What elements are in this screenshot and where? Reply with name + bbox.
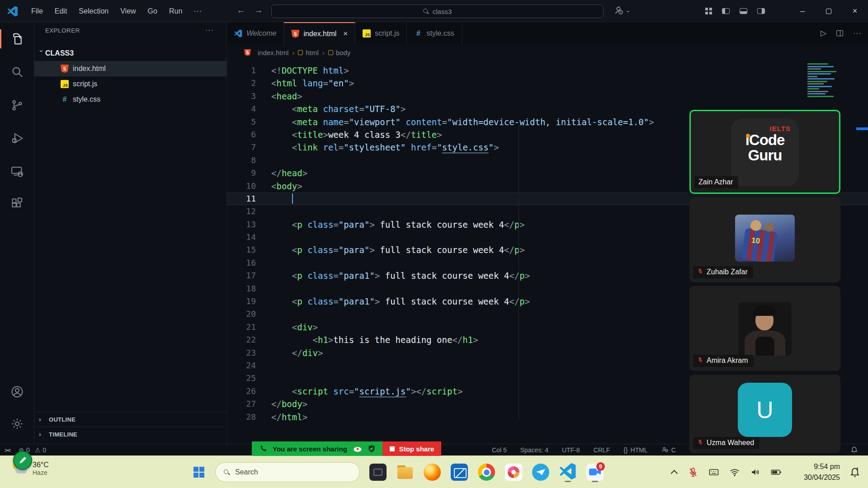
menu-go[interactable]: Go bbox=[142, 5, 163, 18]
scrollbar-decoration[interactable] bbox=[856, 127, 868, 130]
tray-overflow-chevron-icon[interactable] bbox=[671, 469, 678, 477]
search-sidebar-icon[interactable] bbox=[0, 59, 34, 85]
file-row-script.js[interactable]: JSscript.js bbox=[34, 76, 226, 92]
account-sidebar-icon[interactable] bbox=[0, 379, 34, 405]
line-number: 23 bbox=[227, 347, 256, 359]
status-item-html[interactable]: {}HTML bbox=[623, 446, 647, 454]
explorer-more-actions[interactable]: ··· bbox=[205, 26, 214, 34]
status-item-label: Spaces: 4 bbox=[520, 446, 548, 454]
taskbar-app-pinned-app[interactable] bbox=[367, 461, 389, 483]
file-row-style.css[interactable]: #style.css bbox=[34, 92, 226, 107]
taskbar-app-file-explorer[interactable] bbox=[394, 461, 416, 483]
participant-tile-zain-azhar[interactable]: IELTSiCodeGuruZain Azhar bbox=[689, 110, 840, 194]
annotation-pen-button[interactable] bbox=[13, 451, 32, 470]
minimap[interactable] bbox=[807, 63, 844, 96]
taskbar-app-vscode[interactable] bbox=[557, 461, 579, 483]
breadcrumb-item-index.html[interactable]: 5index.html bbox=[244, 49, 288, 56]
participant-avatar: U bbox=[738, 383, 792, 437]
notification-center-bell-icon[interactable]: z bbox=[849, 466, 861, 479]
menu-view[interactable]: View bbox=[114, 5, 142, 18]
line-number: 7 bbox=[227, 141, 256, 154]
battery-icon[interactable] bbox=[771, 467, 782, 478]
toggle-panel-icon[interactable] bbox=[740, 8, 747, 14]
close-button[interactable]: × bbox=[842, 0, 868, 22]
menu-run[interactable]: Run bbox=[163, 5, 188, 18]
search-icon bbox=[423, 9, 429, 14]
tab-Welcome[interactable]: Welcome bbox=[227, 22, 284, 44]
taskbar-app-zoom[interactable]: 9 bbox=[584, 461, 606, 483]
participant-tile-zuhaib-zafar[interactable]: 10Zuhaib Zafar bbox=[689, 197, 840, 282]
taskbar-app-firefox[interactable] bbox=[421, 461, 443, 483]
breadcrumb-item-html[interactable]: html bbox=[298, 49, 318, 56]
accounts-button[interactable]: ⌄ bbox=[614, 5, 630, 15]
status-item-col-5[interactable]: Col 5 bbox=[492, 446, 507, 454]
code-line-content: <p class="para"> full stack course week … bbox=[271, 244, 525, 256]
menu-selection[interactable]: Selection bbox=[73, 5, 114, 18]
tab-style.css[interactable]: #style.css bbox=[407, 22, 462, 44]
tab-index.html[interactable]: 5index.html× bbox=[284, 22, 355, 44]
taskbar-app-outlook[interactable] bbox=[448, 461, 470, 483]
wifi-icon[interactable] bbox=[729, 467, 740, 478]
extensions-icon[interactable] bbox=[0, 191, 34, 217]
code-line-content: <p class="para"> full stack course week … bbox=[271, 218, 525, 231]
touch-keyboard-icon[interactable] bbox=[708, 467, 719, 478]
taskbar-search[interactable]: Search bbox=[215, 462, 360, 482]
volume-icon[interactable] bbox=[750, 467, 761, 478]
editor-actions: ▷ ··· bbox=[821, 22, 862, 44]
taskbar-app-photos[interactable] bbox=[503, 461, 524, 483]
outline-section[interactable]: › OUTLINE bbox=[34, 412, 226, 427]
timeline-label: TIMELINE bbox=[49, 431, 77, 438]
status-item-spaces-4[interactable]: Spaces: 4 bbox=[520, 446, 548, 454]
html-file-icon: 5 bbox=[244, 49, 251, 56]
file-row-index.html[interactable]: 5index.html bbox=[34, 61, 226, 76]
explorer-icon[interactable] bbox=[0, 26, 34, 52]
status-item-c[interactable]: C bbox=[661, 446, 676, 454]
symbol-cube-icon bbox=[328, 50, 333, 55]
menu-edit[interactable]: Edit bbox=[49, 5, 73, 18]
participant-name: Uzma Waheed bbox=[707, 439, 754, 447]
line-number: 12 bbox=[227, 205, 256, 218]
toggle-secondary-sidebar-icon[interactable] bbox=[757, 8, 765, 14]
status-item-crlf[interactable]: CRLF bbox=[594, 446, 610, 454]
maximize-button[interactable] bbox=[816, 0, 842, 22]
menu-file[interactable]: File bbox=[25, 5, 49, 18]
start-button[interactable] bbox=[190, 463, 208, 481]
participant-tile-amira-akram[interactable]: Amira Akram bbox=[689, 286, 840, 371]
command-center-search[interactable]: class3 bbox=[271, 5, 604, 18]
split-editor-icon[interactable] bbox=[836, 30, 843, 36]
microphone-muted-icon[interactable] bbox=[688, 467, 698, 478]
more-actions-icon[interactable]: ··· bbox=[853, 29, 862, 38]
remote-indicator[interactable]: >< bbox=[5, 447, 10, 454]
explorer-sidebar: EXPLORER ··· ›CLASS35index.htmlJSscript.… bbox=[34, 22, 227, 444]
minimize-button[interactable]: – bbox=[789, 0, 816, 22]
source-control-icon[interactable] bbox=[0, 92, 34, 118]
run-debug-icon[interactable] bbox=[0, 125, 34, 151]
participant-name-chip: Uzma Waheed bbox=[693, 437, 760, 449]
chevron-right-icon: › bbox=[39, 431, 47, 438]
tab-label: index.html bbox=[303, 30, 336, 38]
run-file-icon[interactable]: ▷ bbox=[821, 28, 826, 38]
folder-row-CLASS3[interactable]: ›CLASS3 bbox=[34, 46, 226, 61]
close-tab-icon[interactable]: × bbox=[343, 29, 348, 38]
toggle-sidebar-icon[interactable] bbox=[722, 8, 730, 14]
tab-script.js[interactable]: JSscript.js bbox=[355, 22, 407, 44]
notifications-bell-icon[interactable] bbox=[850, 446, 858, 455]
status-item-utf-8[interactable]: UTF-8 bbox=[562, 446, 580, 454]
line-number: 4 bbox=[227, 103, 256, 115]
timeline-section[interactable]: › TIMELINE bbox=[34, 427, 226, 441]
history-back-icon[interactable]: ← bbox=[234, 5, 248, 15]
remote-explorer-icon[interactable] bbox=[0, 159, 34, 185]
taskbar-app-chrome[interactable] bbox=[476, 461, 497, 483]
participant-name-chip: Zain Azhar bbox=[694, 176, 738, 188]
stop-share-button[interactable]: Stop share bbox=[382, 441, 442, 456]
taskbar-clock[interactable]: 9:54 pm 30/04/2025 bbox=[804, 461, 840, 483]
line-number: 17 bbox=[227, 269, 256, 282]
participant-tile-uzma-waheed[interactable]: UUzma Waheed bbox=[689, 375, 840, 453]
history-forward-icon[interactable]: → bbox=[252, 5, 265, 15]
breadcrumb-item-body[interactable]: body bbox=[328, 49, 351, 56]
line-number: 1 bbox=[227, 64, 256, 77]
taskbar-app-chat-app[interactable] bbox=[530, 461, 552, 483]
settings-gear-icon[interactable] bbox=[0, 411, 34, 437]
menu-overflow[interactable]: ··· bbox=[188, 5, 208, 18]
customize-layout-icon[interactable] bbox=[705, 8, 712, 14]
